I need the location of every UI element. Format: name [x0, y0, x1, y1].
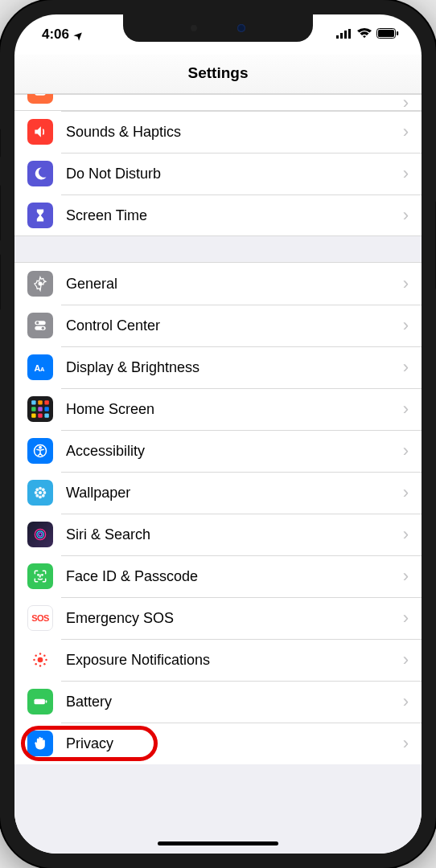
battery-icon	[27, 689, 53, 714]
settings-row-sounds[interactable]: Sounds & Haptics ›	[14, 111, 422, 153]
row-label: Home Screen	[53, 401, 403, 418]
svg-point-11	[36, 321, 39, 324]
settings-row-dnd[interactable]: Do Not Disturb ›	[14, 153, 422, 194]
gear-icon	[27, 271, 53, 297]
page-title-bar: Settings	[14, 55, 422, 94]
row-label: Screen Time	[53, 207, 403, 224]
faceid-icon	[27, 563, 53, 589]
row-label: General	[53, 276, 403, 293]
svg-point-25	[39, 447, 42, 449]
settings-row-screentime[interactable]: Screen Time ›	[14, 194, 422, 236]
svg-text:A: A	[40, 366, 45, 373]
svg-point-47	[35, 663, 37, 665]
svg-point-12	[42, 327, 44, 330]
flower-icon	[27, 480, 53, 506]
settings-row-siri[interactable]: Siri & Search ›	[14, 514, 422, 555]
chevron-right-icon: ›	[403, 691, 422, 712]
notifications-icon	[27, 94, 53, 104]
svg-rect-5	[378, 30, 394, 37]
siri-icon	[27, 522, 53, 547]
settings-group-1: Notifications › Sounds & Haptics › Do No…	[14, 94, 422, 236]
mute-switch	[0, 129, 1, 158]
settings-group-2: General › Control Center › AA Display & …	[14, 262, 422, 764]
svg-point-42	[39, 665, 42, 667]
chevron-right-icon: ›	[403, 482, 422, 503]
svg-point-31	[35, 488, 39, 491]
svg-point-45	[35, 654, 37, 657]
svg-rect-50	[46, 700, 47, 702]
svg-rect-6	[397, 31, 398, 35]
sounds-icon	[27, 119, 53, 145]
chevron-right-icon: ›	[403, 357, 422, 378]
toggles-icon	[27, 313, 53, 338]
cellular-signal-icon	[336, 27, 352, 43]
row-label: Display & Brightness	[53, 359, 403, 376]
row-label: Exposure Notifications	[53, 652, 403, 669]
settings-row-wallpaper[interactable]: Wallpaper ›	[14, 472, 422, 514]
svg-point-40	[38, 657, 43, 663]
settings-row-privacy[interactable]: Privacy ›	[14, 723, 422, 764]
svg-rect-19	[38, 407, 42, 411]
svg-point-26	[39, 491, 42, 494]
settings-row-homescreen[interactable]: Home Screen ›	[14, 388, 422, 430]
row-label: Wallpaper	[53, 485, 403, 502]
moon-icon	[27, 161, 53, 186]
svg-point-39	[42, 575, 43, 575]
svg-point-30	[43, 491, 47, 494]
chevron-right-icon: ›	[403, 649, 422, 670]
svg-point-29	[35, 491, 38, 494]
location-services-icon: ➤	[71, 27, 85, 42]
svg-point-32	[42, 488, 45, 491]
chevron-right-icon: ›	[403, 163, 422, 184]
row-label: Do Not Disturb	[53, 166, 403, 182]
row-label: Emergency SOS	[53, 610, 403, 627]
svg-rect-21	[31, 413, 35, 417]
settings-row-display[interactable]: AA Display & Brightness ›	[14, 346, 422, 388]
row-label: Control Center	[53, 317, 403, 334]
svg-rect-0	[336, 35, 339, 39]
svg-point-48	[43, 663, 46, 665]
svg-point-44	[45, 659, 47, 661]
svg-point-34	[42, 494, 45, 497]
chevron-right-icon: ›	[403, 205, 422, 226]
settings-row-sos[interactable]: SOS Emergency SOS ›	[14, 597, 422, 639]
settings-row-faceid[interactable]: Face ID & Passcode ›	[14, 555, 422, 597]
accessibility-icon	[27, 438, 53, 464]
row-label: Accessibility	[53, 443, 403, 460]
chevron-right-icon: ›	[403, 273, 422, 294]
svg-rect-18	[31, 407, 35, 411]
chevron-right-icon: ›	[403, 399, 422, 420]
settings-row-accessibility[interactable]: Accessibility ›	[14, 430, 422, 472]
row-label: Sounds & Haptics	[53, 124, 403, 141]
sos-icon: SOS	[27, 605, 53, 631]
svg-point-28	[39, 496, 42, 499]
svg-point-38	[38, 575, 39, 575]
hourglass-icon	[27, 203, 53, 228]
home-indicator[interactable]	[158, 841, 278, 845]
svg-point-36	[37, 531, 43, 538]
svg-rect-7	[35, 94, 45, 95]
settings-row-control-center[interactable]: Control Center ›	[14, 305, 422, 346]
chevron-right-icon: ›	[403, 315, 422, 336]
settings-row-exposure[interactable]: Exposure Notifications ›	[14, 639, 422, 681]
settings-row-notifications[interactable]: Notifications ›	[14, 95, 422, 111]
svg-rect-3	[348, 29, 351, 39]
svg-rect-2	[344, 31, 347, 39]
status-time: 4:06	[42, 27, 69, 43]
battery-icon	[376, 27, 399, 43]
svg-rect-22	[38, 413, 42, 417]
volume-down-button	[0, 254, 1, 310]
row-label: Battery	[53, 694, 403, 710]
hand-icon	[27, 731, 53, 756]
wifi-icon	[357, 27, 372, 43]
settings-row-general[interactable]: General ›	[14, 263, 422, 305]
chevron-right-icon: ›	[403, 733, 422, 754]
chevron-right-icon: ›	[403, 94, 422, 113]
chevron-right-icon: ›	[403, 440, 422, 461]
page-title: Settings	[188, 64, 249, 81]
svg-rect-15	[31, 400, 35, 404]
settings-row-battery[interactable]: Battery ›	[14, 681, 422, 723]
svg-point-33	[35, 494, 39, 497]
settings-list[interactable]: Notifications › Sounds & Haptics › Do No…	[14, 94, 422, 854]
chevron-right-icon: ›	[403, 566, 422, 587]
